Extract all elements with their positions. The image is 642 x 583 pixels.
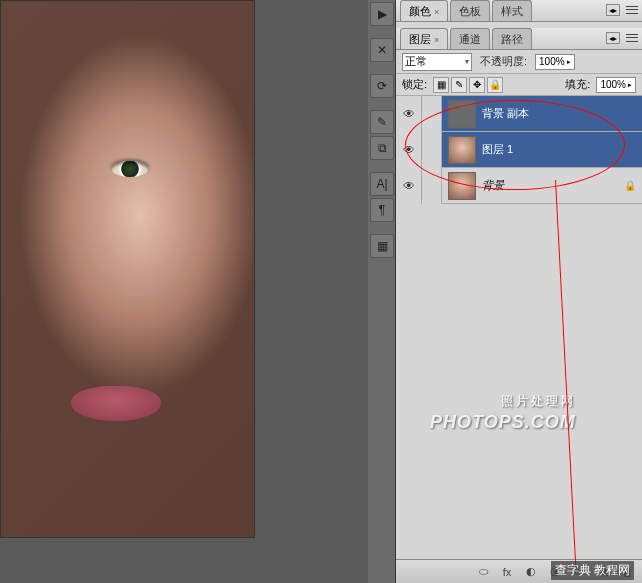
layer-name[interactable]: 图层 1 bbox=[482, 142, 642, 157]
blend-opacity-row: 正常 ▾ 不透明度: 100% ▸ bbox=[396, 50, 642, 74]
tab-label: 路径 bbox=[501, 32, 523, 47]
clone-icon[interactable]: ⧉ bbox=[370, 136, 394, 160]
lock-icons-group: ▦ ✎ ✥ 🔒 bbox=[433, 77, 503, 93]
lock-fill-row: 锁定: ▦ ✎ ✥ 🔒 填充: 100% ▸ bbox=[396, 74, 642, 96]
layer-name[interactable]: 背景 bbox=[482, 178, 618, 193]
layer-thumbnail[interactable] bbox=[448, 136, 476, 164]
bottom-watermark: 查字典 教程网 bbox=[551, 561, 634, 580]
tools-panel-icon[interactable]: ✕ bbox=[370, 38, 394, 62]
tab-color[interactable]: 颜色 × bbox=[400, 0, 448, 21]
brushes-icon[interactable]: ✎ bbox=[370, 110, 394, 134]
link-column[interactable] bbox=[422, 168, 442, 204]
link-column[interactable] bbox=[422, 132, 442, 168]
tab-label: 样式 bbox=[501, 4, 523, 19]
fx-icon[interactable]: fx bbox=[498, 563, 516, 581]
tab-label: 通道 bbox=[459, 32, 481, 47]
swatches-icon[interactable]: ▦ bbox=[370, 234, 394, 258]
paragraph-panel-icon[interactable]: ¶ bbox=[370, 198, 394, 222]
opacity-label: 不透明度: bbox=[480, 54, 527, 69]
photo-content bbox=[71, 386, 161, 421]
tab-channels[interactable]: 通道 bbox=[450, 28, 490, 49]
layer-row[interactable]: 👁 背景 🔒 bbox=[396, 168, 642, 204]
lock-pixels-icon[interactable]: ✎ bbox=[451, 77, 467, 93]
visibility-toggle[interactable]: 👁 bbox=[396, 96, 422, 132]
visibility-toggle[interactable]: 👁 bbox=[396, 168, 422, 204]
layer-thumbnail[interactable] bbox=[448, 100, 476, 128]
color-panel-tabs: 颜色 × 色板 样式 ◂▸ bbox=[396, 0, 642, 22]
collapsed-panel-strip: ▶ ✕ ⟳ ✎ ⧉ A| ¶ ▦ bbox=[368, 0, 396, 583]
opacity-input[interactable]: 100% ▸ bbox=[535, 54, 575, 70]
layer-list[interactable]: 👁 背景 副本 👁 图层 1 👁 背景 🔒 bbox=[396, 96, 642, 559]
dropdown-icon: ▾ bbox=[465, 57, 469, 66]
collapse-icon[interactable]: ◂▸ bbox=[606, 4, 620, 16]
tab-label: 颜色 bbox=[409, 4, 431, 19]
layer-row[interactable]: 👁 图层 1 bbox=[396, 132, 642, 168]
lock-all-icon[interactable]: 🔒 bbox=[487, 77, 503, 93]
panel-menu-icon[interactable] bbox=[624, 3, 640, 17]
fill-input[interactable]: 100% ▸ bbox=[596, 77, 636, 93]
fill-label: 填充: bbox=[565, 77, 590, 92]
tab-swatches[interactable]: 色板 bbox=[450, 0, 490, 21]
close-icon[interactable]: × bbox=[434, 35, 439, 45]
dropdown-icon: ▸ bbox=[628, 81, 632, 89]
opacity-value: 100% bbox=[539, 56, 565, 67]
tab-label: 色板 bbox=[459, 4, 481, 19]
dropdown-icon: ▸ bbox=[567, 58, 571, 66]
tab-label: 图层 bbox=[409, 32, 431, 47]
history-panel-icon[interactable]: ⟳ bbox=[370, 74, 394, 98]
close-icon[interactable]: × bbox=[434, 7, 439, 17]
panels-dock: ▶ ✕ ⟳ ✎ ⧉ A| ¶ ▦ 颜色 × 色板 样式 ◂▸ bbox=[368, 0, 642, 583]
layers-panel-tabs: 图层 × 通道 路径 ◂▸ bbox=[396, 28, 642, 50]
actions-panel-icon[interactable]: ▶ bbox=[370, 2, 394, 26]
collapse-icon[interactable]: ◂▸ bbox=[606, 32, 620, 44]
visibility-toggle[interactable]: 👁 bbox=[396, 132, 422, 168]
lock-label: 锁定: bbox=[402, 77, 427, 92]
photo-content bbox=[111, 161, 149, 177]
blend-mode-value: 正常 bbox=[405, 54, 427, 69]
character-panel-icon[interactable]: A| bbox=[370, 172, 394, 196]
fill-value: 100% bbox=[600, 79, 626, 90]
tab-layers[interactable]: 图层 × bbox=[400, 28, 448, 49]
lock-position-icon[interactable]: ✥ bbox=[469, 77, 485, 93]
link-column[interactable] bbox=[422, 96, 442, 132]
layer-name[interactable]: 背景 副本 bbox=[482, 106, 642, 121]
blend-mode-select[interactable]: 正常 ▾ bbox=[402, 53, 472, 71]
photo-content bbox=[1, 1, 254, 537]
panel-stack: 颜色 × 色板 样式 ◂▸ 图层 × 通道 路径 ◂▸ bbox=[396, 0, 642, 583]
tab-paths[interactable]: 路径 bbox=[492, 28, 532, 49]
canvas-area[interactable] bbox=[0, 0, 368, 583]
document-canvas[interactable] bbox=[0, 0, 255, 538]
layer-row[interactable]: 👁 背景 副本 bbox=[396, 96, 642, 132]
lock-transparent-icon[interactable]: ▦ bbox=[433, 77, 449, 93]
mask-icon[interactable]: ◐ bbox=[522, 563, 540, 581]
panel-menu-icon[interactable] bbox=[624, 31, 640, 45]
lock-icon: 🔒 bbox=[618, 180, 642, 191]
layer-thumbnail[interactable] bbox=[448, 172, 476, 200]
tab-styles[interactable]: 样式 bbox=[492, 0, 532, 21]
link-layers-icon[interactable]: ⬭ bbox=[474, 563, 492, 581]
